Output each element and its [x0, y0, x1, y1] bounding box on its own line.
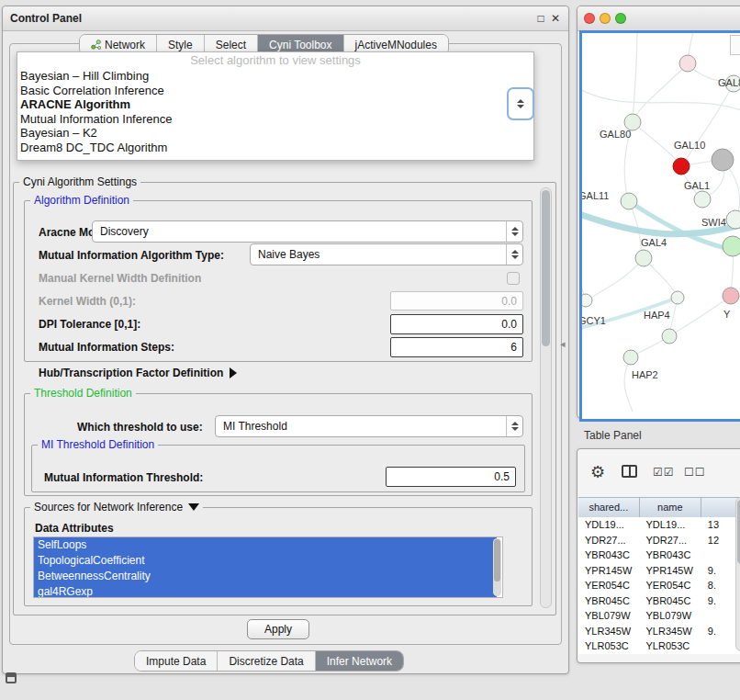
manual-kernel-checkbox[interactable]	[507, 272, 520, 285]
close-traffic-light[interactable]	[584, 13, 595, 24]
table-row[interactable]: YBL079W YBL079W	[578, 608, 740, 624]
column-mapping-icon[interactable]	[622, 465, 637, 478]
table-scrollbar[interactable]	[735, 497, 740, 651]
network-node[interactable]	[671, 291, 684, 304]
tab-impute-data[interactable]: Impute Data	[135, 651, 218, 671]
table-row[interactable]: YBR045C YBR045C 9.	[578, 593, 740, 609]
node-label: GAL10	[674, 140, 705, 151]
which-threshold-value: MI Threshold	[216, 420, 506, 433]
tab-network-label: Network	[105, 39, 145, 51]
data-attributes-list[interactable]: SelfLoops TopologicalCoefficient Between…	[33, 536, 503, 598]
gear-icon[interactable]: ⚙	[590, 462, 605, 482]
cell-value: 8.	[701, 578, 740, 593]
mi-threshold-input[interactable]	[386, 467, 516, 487]
apply-button[interactable]: Apply	[247, 619, 309, 639]
node-label: GAL11	[582, 190, 609, 201]
network-scrollbar[interactable]	[730, 35, 740, 55]
network-node[interactable]	[723, 236, 740, 256]
table-row[interactable]: YLR053C YLR053C	[578, 638, 740, 654]
mi-type-label: Mutual Information Algorithm Type:	[39, 249, 224, 262]
mi-steps-label: Mutual Information Steps:	[39, 341, 174, 354]
close-icon[interactable]: ✕	[548, 12, 563, 25]
settings-scrollbar[interactable]	[540, 187, 552, 608]
algorithm-option[interactable]: Bayesian – K2	[17, 126, 533, 141]
select-all-checkboxes-icon[interactable]: ☑☑	[653, 466, 675, 479]
cyni-algorithm-settings-title: Cyni Algorithm Settings	[19, 175, 140, 188]
combo-arrows-icon	[506, 244, 522, 265]
list-item[interactable]: gal4RGexp	[34, 584, 497, 598]
combo-arrows-icon	[513, 89, 529, 119]
algorithm-option[interactable]: Dream8 DC_TDC Algorithm	[17, 141, 533, 155]
network-node-selected[interactable]	[673, 158, 690, 175]
column-header-3[interactable]	[701, 498, 740, 518]
algorithm-option-selected[interactable]: ARACNE Algorithm	[17, 97, 533, 112]
restore-panel-icon[interactable]	[6, 672, 17, 683]
node-label: GAL4	[641, 237, 667, 248]
list-item[interactable]: TopologicalCoefficient	[34, 553, 497, 569]
network-node[interactable]	[679, 55, 696, 72]
which-threshold-select[interactable]: MI Threshold	[215, 415, 523, 437]
list-item[interactable]: SelfLoops	[34, 537, 497, 553]
deselect-all-checkboxes-icon[interactable]: ☐☐	[684, 466, 706, 479]
network-node[interactable]	[582, 294, 592, 307]
table-row[interactable]: YPR145W YPR145W 9.	[578, 563, 740, 579]
table-header-row: shared... name	[578, 497, 740, 519]
combo-arrows-icon	[506, 221, 522, 242]
float-window-icon[interactable]: □	[533, 12, 548, 25]
table-row[interactable]: YLR345W YLR345W 9.	[578, 624, 740, 639]
algorithm-option[interactable]: Basic Correlation Inference	[17, 84, 533, 98]
table-row[interactable]: YBR043C YBR043C	[578, 548, 740, 563]
tab-infer-network[interactable]: Infer Network	[316, 651, 403, 671]
cell-name: YDR27...	[640, 533, 701, 548]
mi-steps-input[interactable]	[390, 337, 523, 357]
network-node[interactable]	[723, 288, 739, 304]
network-node[interactable]	[635, 250, 652, 266]
control-panel-titlebar: Control Panel □ ✕	[3, 6, 568, 31]
minimize-traffic-light[interactable]	[600, 13, 611, 24]
network-view-window: GAL8 GAL80 GAL10 GAL11 GAL1 SWI4 GAL4 GC…	[577, 6, 740, 419]
hub-definition-toggle[interactable]: Hub/Transcription Factor Definition	[39, 367, 237, 379]
settings-scrollbar-thumb[interactable]	[542, 190, 550, 346]
network-node[interactable]	[694, 191, 711, 208]
kernel-width-input[interactable]	[390, 291, 523, 310]
cell-name: YBR045C	[640, 593, 701, 609]
data-attributes-label: Data Attributes	[35, 522, 114, 535]
zoom-traffic-light[interactable]	[615, 13, 626, 24]
tab-discretize-data[interactable]: Discretize Data	[218, 651, 315, 671]
table-row[interactable]: YER054C YER054C 8.	[578, 578, 740, 593]
network-node[interactable]	[712, 149, 734, 171]
dpi-tolerance-input[interactable]	[390, 314, 523, 334]
table-row[interactable]: YDR27... YDR27... 12	[578, 533, 740, 548]
table-body: YDL19... YDL19... 13 YDR27... YDR27... 1…	[578, 517, 740, 654]
cell-value	[701, 608, 740, 624]
tab-discretize-data-label: Discretize Data	[229, 655, 303, 668]
cell-name: YBL079W	[640, 608, 701, 624]
column-header-shared-name[interactable]: shared...	[578, 498, 640, 518]
sources-title: Sources for Network Inference	[34, 501, 183, 514]
node-label: HAP2	[632, 369, 658, 380]
node-label: GAL1	[684, 180, 710, 191]
mi-threshold-label: Mutual Information Threshold:	[44, 471, 203, 484]
network-node[interactable]	[662, 329, 677, 344]
table-row[interactable]: YDL19... YDL19... 13	[578, 517, 740, 533]
list-scrollbar[interactable]	[493, 538, 501, 596]
tab-style-label: Style	[168, 39, 193, 51]
algorithm-option[interactable]: Bayesian – Hill Climbing	[17, 69, 533, 84]
aracne-mode-value: Discovery	[93, 225, 506, 238]
panel-collapse-icon[interactable]: ◂	[560, 338, 566, 350]
aracne-mode-select[interactable]: Discovery	[92, 220, 523, 243]
algorithm-option[interactable]: Mutual Information Inference	[17, 112, 533, 127]
network-viewport[interactable]: GAL8 GAL80 GAL10 GAL11 GAL1 SWI4 GAL4 GC…	[579, 30, 740, 422]
cell-shared-name: YBR045C	[578, 593, 640, 609]
network-node[interactable]	[726, 210, 740, 229]
table-panel-window: ⚙ ☑☑ ☐☐ shared... name YDL19... YDL19...…	[577, 448, 740, 663]
column-header-name[interactable]: name	[640, 498, 701, 518]
algorithm-combo-arrow[interactable]	[507, 87, 534, 120]
list-item[interactable]: BetweennessCentrality	[34, 569, 497, 584]
mi-type-select[interactable]: Naive Bayes	[250, 243, 523, 265]
sources-toggle[interactable]: Sources for Network Inference	[30, 501, 203, 514]
chevron-down-icon	[188, 503, 199, 511]
network-node[interactable]	[623, 350, 638, 365]
list-scrollbar-thumb[interactable]	[494, 539, 500, 581]
network-node[interactable]	[621, 193, 637, 209]
